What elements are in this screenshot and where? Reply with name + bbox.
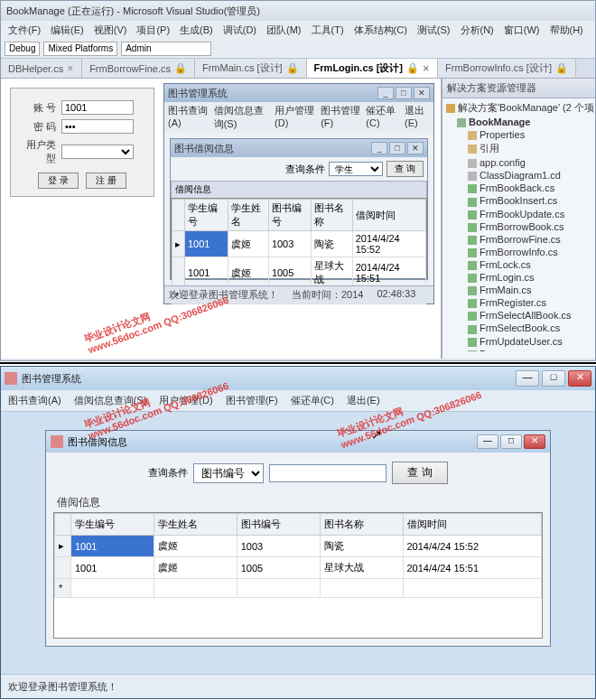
tree-item[interactable]: FrmBookUpdate.cs bbox=[444, 208, 593, 220]
col-bookname[interactable]: 图书名称 bbox=[320, 514, 403, 536]
tree-item[interactable]: FrmBorrowBook.cs bbox=[444, 220, 593, 233]
menu-exit[interactable]: 退出(E) bbox=[405, 104, 430, 131]
col-studentname[interactable]: 学生姓名 bbox=[228, 200, 268, 231]
vs-menubar[interactable]: 文件(F) 编辑(E) 视图(V) 项目(P) 生成(B) 调试(D) 团队(M… bbox=[1, 21, 595, 39]
menu-team[interactable]: 团队(M) bbox=[263, 23, 305, 37]
minimize-icon[interactable]: _ bbox=[377, 87, 394, 99]
menu-bookmgmt[interactable]: 图书管理(F) bbox=[321, 104, 360, 131]
config-dropdown[interactable]: Debug bbox=[5, 42, 40, 56]
tree-item[interactable]: FrmRegister.cs bbox=[444, 296, 593, 309]
usertype-select[interactable] bbox=[61, 145, 134, 159]
menu-debug[interactable]: 调试(D) bbox=[219, 23, 260, 37]
table-row[interactable]: ▸ 1001 虞姬 1003 陶瓷 2014/4/24 15:52 bbox=[55, 536, 542, 557]
maximize-button[interactable]: □ bbox=[500, 434, 522, 449]
tree-item[interactable]: FrmLogin.cs bbox=[444, 271, 593, 284]
menu-file[interactable]: 文件(F) bbox=[5, 23, 44, 37]
tab-dbhelper[interactable]: DBHelper.cs✕ bbox=[1, 59, 82, 78]
login-button[interactable]: 登 录 bbox=[38, 173, 79, 189]
tree-item[interactable]: 引用 bbox=[444, 141, 593, 156]
query-condition-select[interactable]: 学生 bbox=[329, 162, 383, 176]
run-dropdown[interactable]: Admin bbox=[121, 42, 211, 56]
tree-item[interactable]: FrmSelectBook.cs bbox=[444, 322, 593, 334]
menu-analyze[interactable]: 分析(N) bbox=[457, 23, 498, 37]
close-button[interactable]: ✕ bbox=[524, 434, 545, 449]
menu-edit[interactable]: 编辑(E) bbox=[47, 23, 88, 37]
label-usertype: 用户类型 bbox=[18, 138, 56, 165]
tree-item[interactable]: FrmMain.cs bbox=[444, 284, 593, 296]
password-input[interactable] bbox=[61, 119, 134, 134]
menu-bookquery[interactable]: 图书查询(A) bbox=[8, 394, 61, 407]
menu-build[interactable]: 生成(B) bbox=[176, 23, 217, 37]
menu-bookmgmt[interactable]: 图书管理(F) bbox=[226, 394, 278, 407]
solution-tree[interactable]: 解决方案'BookManage' (2 个项目) BookManage Prop… bbox=[442, 98, 595, 351]
maximize-icon[interactable]: □ bbox=[396, 87, 412, 99]
col-bookid[interactable]: 图书编号 bbox=[268, 200, 312, 231]
borrow-grid[interactable]: 学生编号 学生姓名 图书编号 图书名称 借阅时间 ▸ 1001 虞姬 1003 … bbox=[53, 512, 543, 639]
menu-reminder[interactable]: 催还单(C) bbox=[366, 104, 399, 131]
table-row[interactable]: 1001 虞姬 1005 星球大战 2014/4/24 15:51 bbox=[172, 257, 426, 289]
app-menubar[interactable]: 图书查询(A) 借阅信息查询(S) 用户管理(D) 图书管理(F) 催还单(C)… bbox=[164, 102, 433, 133]
table-row[interactable]: ▸ 1001 虞姬 1003 陶瓷 2014/4/24 15:52 bbox=[172, 231, 426, 257]
minimize-button[interactable]: ― bbox=[516, 370, 539, 387]
menu-tools[interactable]: 工具(T) bbox=[308, 23, 348, 37]
solution-explorer[interactable]: 解决方案资源管理器 解决方案'BookManage' (2 个项目) BookM… bbox=[442, 79, 595, 359]
col-borrowtime[interactable]: 借阅时间 bbox=[352, 200, 425, 231]
account-input[interactable] bbox=[61, 100, 134, 115]
tree-item[interactable]: FrmBorrowFine.cs bbox=[444, 233, 593, 246]
close-icon[interactable]: ✕ bbox=[423, 64, 430, 73]
query-condition-select[interactable]: 图书编号 bbox=[193, 463, 264, 483]
app-menubar[interactable]: 图书查询(A) 借阅信息查询(S) 用户管理(D) 图书管理(F) 催还单(C)… bbox=[1, 390, 595, 412]
tree-item[interactable]: FrmSelectAllBook.cs bbox=[444, 309, 593, 322]
close-icon[interactable]: ✕ bbox=[407, 142, 424, 154]
menu-borrowquery[interactable]: 借阅信息查询(S) bbox=[214, 104, 269, 131]
tree-item[interactable]: FrmBorrowInfo.cs bbox=[444, 246, 593, 258]
menu-arch[interactable]: 体系结构(C) bbox=[350, 23, 411, 37]
col-bookname[interactable]: 图书名称 bbox=[312, 200, 352, 231]
col-studentname[interactable]: 学生姓名 bbox=[154, 514, 237, 536]
menu-borrowquery[interactable]: 借阅信息查询(S) bbox=[74, 394, 147, 407]
project-bookmanage[interactable]: BookManage bbox=[444, 116, 593, 128]
tab-frmborrowfine[interactable]: FrmBorrowFine.cs🔒 bbox=[82, 59, 195, 78]
menu-help[interactable]: 帮助(H) bbox=[546, 23, 587, 37]
menu-exit[interactable]: 退出(E) bbox=[347, 394, 380, 407]
table-row-new[interactable]: * bbox=[55, 579, 542, 598]
menu-project[interactable]: 项目(P) bbox=[133, 23, 173, 37]
col-borrowtime[interactable]: 借阅时间 bbox=[403, 514, 542, 536]
maximize-button[interactable]: □ bbox=[542, 370, 565, 387]
tab-frmlogin[interactable]: FrmLogin.cs [设计]🔒✕ bbox=[307, 59, 438, 78]
tree-item[interactable]: Program.cs bbox=[444, 348, 593, 351]
platform-dropdown[interactable]: Mixed Platforms bbox=[43, 42, 117, 56]
close-icon[interactable]: ✕ bbox=[414, 87, 430, 99]
solution-node[interactable]: 解决方案'BookManage' (2 个项目) bbox=[444, 100, 593, 116]
menu-bookquery[interactable]: 图书查询(A) bbox=[168, 104, 209, 131]
menu-reminder[interactable]: 催还单(C) bbox=[291, 394, 334, 407]
tree-item[interactable]: FrmLock.cs bbox=[444, 258, 593, 271]
minimize-button[interactable]: ― bbox=[477, 434, 498, 449]
tree-item[interactable]: FrmBookBack.cs bbox=[444, 182, 593, 194]
query-button[interactable]: 查 询 bbox=[392, 462, 447, 484]
tab-frmmain[interactable]: FrmMain.cs [设计]🔒 bbox=[195, 59, 307, 78]
col-studentid[interactable]: 学生编号 bbox=[71, 514, 154, 536]
borrow-grid[interactable]: 学生编号 学生姓名 图书编号 图书名称 借阅时间 ▸ 1001 虞姬 1003 bbox=[171, 198, 427, 279]
maximize-icon[interactable]: □ bbox=[389, 142, 405, 154]
tree-item[interactable]: FrmBookInsert.cs bbox=[444, 194, 593, 207]
query-value-input[interactable] bbox=[269, 464, 386, 482]
menu-test[interactable]: 测试(S) bbox=[414, 23, 454, 37]
tree-item[interactable]: FrmUpdateUser.cs bbox=[444, 335, 593, 348]
menu-usermgmt[interactable]: 用户管理(D) bbox=[275, 104, 315, 131]
menu-usermgmt[interactable]: 用户管理(D) bbox=[159, 394, 212, 407]
tab-frmborrowinfo[interactable]: FrmBorrowInfo.cs [设计]🔒 bbox=[438, 59, 576, 78]
minimize-icon[interactable]: _ bbox=[371, 142, 387, 154]
col-studentid[interactable]: 学生编号 bbox=[185, 200, 228, 231]
close-icon[interactable]: ✕ bbox=[67, 64, 74, 73]
tree-item[interactable]: Properties bbox=[444, 128, 593, 141]
menu-view[interactable]: 视图(V) bbox=[90, 23, 131, 37]
menu-window[interactable]: 窗口(W) bbox=[500, 23, 544, 37]
tree-item[interactable]: ClassDiagram1.cd bbox=[444, 169, 593, 182]
close-button[interactable]: ✕ bbox=[568, 370, 591, 387]
col-bookid[interactable]: 图书编号 bbox=[237, 514, 320, 536]
register-button[interactable]: 注 册 bbox=[86, 173, 126, 189]
table-row[interactable]: 1001 虞姬 1005 星球大战 2014/4/24 15:51 bbox=[55, 557, 542, 579]
tree-item[interactable]: app.config bbox=[444, 156, 593, 169]
query-button[interactable]: 查 询 bbox=[386, 161, 424, 177]
